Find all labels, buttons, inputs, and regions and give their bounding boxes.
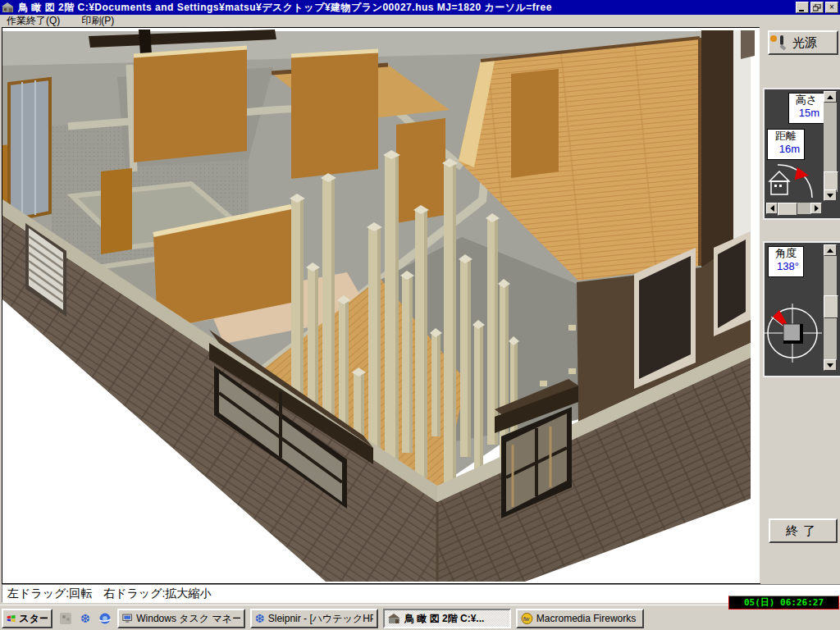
- house-3d-render: [2, 28, 758, 582]
- angle-vscroll-thumb[interactable]: [824, 295, 838, 318]
- distance-label: 距離: [775, 130, 797, 142]
- light-source-label: 光源: [792, 35, 817, 51]
- light-pen-icon: [769, 34, 789, 52]
- restore-button[interactable]: [810, 2, 824, 13]
- angle-scroll-down-button[interactable]: [824, 359, 837, 371]
- control-panel: 光源 高さ 15m 距離 16m: [760, 26, 840, 583]
- task-button-fireworks[interactable]: fw Macromedia Fireworks ...: [516, 609, 644, 628]
- start-button[interactable]: スタート: [2, 609, 52, 628]
- menu-item-print[interactable]: 印刷(P): [81, 14, 114, 28]
- distance-readout: 距離 16m: [767, 129, 805, 160]
- light-source-button[interactable]: 光源: [768, 30, 838, 55]
- computer-icon: [122, 613, 133, 624]
- digital-clock-overlay: 05(日) 06:26:27: [728, 596, 839, 609]
- exit-button[interactable]: 終了: [769, 518, 838, 543]
- camera-scroll-down-button[interactable]: [824, 189, 837, 201]
- camera-hscroll-thumb[interactable]: [778, 203, 797, 216]
- menu-item-end-work[interactable]: 作業終了(Q): [7, 14, 60, 28]
- taskbar: スタート ❆ Windows タスク マネージャ ❆ Sleipnir - [ハ…: [0, 605, 840, 630]
- svg-text:fw: fw: [523, 615, 530, 623]
- camera-scroll-left-button[interactable]: [766, 203, 778, 214]
- height-label: 高さ: [796, 94, 817, 106]
- task-label: 鳥 瞰 図 2階 C:¥...: [404, 612, 484, 626]
- start-label: スタート: [19, 612, 48, 626]
- house-3d-view[interactable]: [2, 27, 760, 584]
- height-value: 15m: [789, 107, 824, 120]
- task-label: Windows タスク マネージャ: [136, 612, 240, 626]
- angle-panel: 角度 138°: [763, 241, 840, 377]
- app-house-icon: [2, 2, 15, 13]
- statusbar: 左ドラッグ:回転 右ドラッグ:拡大縮小: [2, 584, 840, 603]
- application-window: 鳥 瞰 図 2階 C:¥Documents and Settings¥matsu…: [0, 0, 840, 630]
- windows-logo-icon: [7, 613, 16, 624]
- angle-label: 角度: [775, 247, 797, 259]
- height-readout: 高さ 15m: [788, 93, 824, 124]
- snowflake-icon: ❆: [255, 612, 265, 625]
- quicklaunch-ie-icon[interactable]: [97, 610, 113, 627]
- quicklaunch-desktop-icon[interactable]: [57, 610, 74, 627]
- task-button-sleipnir[interactable]: ❆ Sleipnir - [ハウテックHP]: [250, 609, 378, 628]
- drag-hint: 左ドラッグ:回転 右ドラッグ:拡大縮小: [7, 587, 211, 601]
- angle-readout: 角度 138°: [768, 246, 804, 277]
- window-title: 鳥 瞰 図 2階 C:¥Documents and Settings¥matsu…: [18, 1, 552, 15]
- angle-scroll-up-button[interactable]: [824, 244, 837, 256]
- angle-compass-dial[interactable]: [765, 279, 822, 371]
- task-button-birdview-active[interactable]: 鳥 瞰 図 2階 C:¥...: [383, 609, 511, 628]
- angle-value: 138°: [769, 260, 803, 273]
- house-distance-dial: [766, 160, 820, 201]
- app-house-icon: [388, 613, 401, 624]
- camera-scroll-right-button[interactable]: [810, 203, 822, 214]
- distance-value: 16m: [768, 143, 804, 156]
- camera-panel: 高さ 15m 距離 16m: [763, 88, 840, 220]
- fireworks-icon: fw: [521, 612, 533, 625]
- menubar: 作業終了(Q) 印刷(P): [0, 15, 840, 26]
- task-button-task-manager[interactable]: Windows タスク マネージャ: [117, 609, 245, 628]
- task-label: Macromedia Fireworks ...: [536, 613, 639, 624]
- quicklaunch-sleipnir-icon[interactable]: ❆: [77, 610, 94, 627]
- digital-clock-text: 05(日) 06:26:27: [744, 596, 824, 609]
- close-button[interactable]: ×: [825, 2, 838, 13]
- camera-scroll-up-button[interactable]: [824, 91, 837, 103]
- window-titlebar: 鳥 瞰 図 2階 C:¥Documents and Settings¥matsu…: [0, 0, 840, 15]
- task-label: Sleipnir - [ハウテックHP]: [268, 612, 373, 626]
- minimize-button[interactable]: [796, 2, 809, 13]
